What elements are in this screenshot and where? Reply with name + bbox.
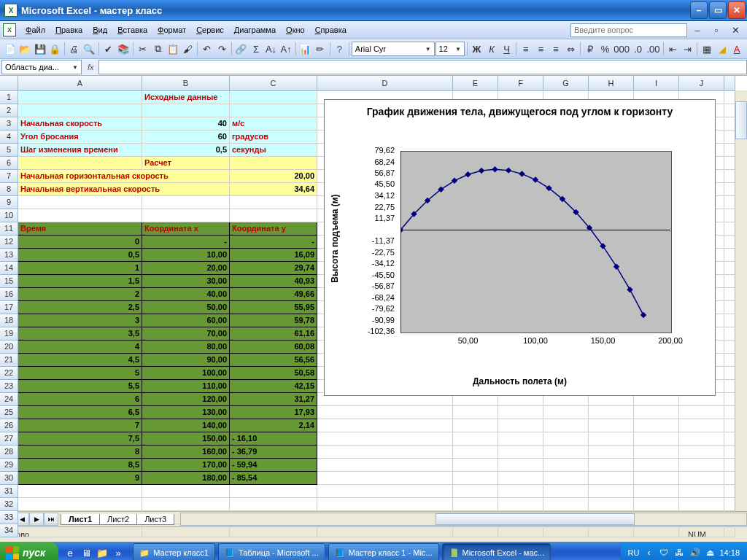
percent-icon[interactable]: % [598, 40, 613, 58]
cell[interactable] [498, 459, 543, 472]
cell[interactable] [18, 524, 142, 537]
row-header-12[interactable]: 12 [0, 236, 18, 249]
sheet-tab-Лист1[interactable]: Лист1 [61, 514, 100, 525]
row-header-26[interactable]: 26 [0, 419, 18, 432]
chart-wizard-icon[interactable]: 📊 [298, 40, 313, 58]
tray-icon[interactable]: ‹ [643, 547, 654, 559]
row-header-6[interactable]: 6 [0, 157, 18, 170]
cell[interactable] [230, 157, 317, 170]
research-icon[interactable]: 📚 [116, 40, 131, 58]
cell[interactable]: 30,00 [142, 275, 230, 288]
cell[interactable] [230, 104, 317, 117]
redo-icon[interactable]: ↷ [214, 40, 229, 58]
cell[interactable] [498, 406, 543, 419]
row-header-21[interactable]: 21 [0, 354, 18, 367]
cell[interactable] [453, 406, 498, 419]
row-header-19[interactable]: 19 [0, 327, 18, 341]
font-size-selector[interactable]: 12▼ [436, 42, 465, 56]
cell[interactable]: 0,5 [18, 249, 142, 262]
cell[interactable]: 56,56 [230, 354, 317, 367]
cell[interactable]: 6,5 [18, 406, 142, 419]
row-header-29[interactable]: 29 [0, 459, 18, 472]
cell[interactable]: Угол бросания [18, 131, 142, 144]
cell[interactable]: м/с [230, 117, 317, 131]
fill-color-icon[interactable]: ◢ [715, 40, 729, 58]
print-icon[interactable]: 🖨 [67, 40, 82, 58]
cell[interactable] [142, 485, 230, 498]
mdi-close-button[interactable]: ✕ [727, 21, 744, 39]
cell[interactable]: 100,00 [142, 367, 230, 380]
paste-icon[interactable]: 📋 [166, 40, 180, 58]
cell[interactable]: 180,00 [142, 472, 230, 485]
cell[interactable] [679, 472, 724, 485]
row-header-10[interactable]: 10 [0, 209, 18, 222]
cell[interactable] [453, 498, 498, 511]
clock[interactable]: 14:18 [719, 548, 740, 557]
cell[interactable]: 5,5 [18, 380, 142, 393]
sheet-tab-Лист2[interactable]: Лист2 [99, 514, 137, 525]
cell[interactable] [679, 524, 724, 537]
cell[interactable]: - 16,10 [230, 432, 317, 446]
cell[interactable] [317, 419, 453, 432]
cell[interactable]: 70,00 [142, 327, 230, 341]
cell[interactable] [453, 419, 498, 432]
cell[interactable] [453, 524, 498, 537]
cell[interactable] [634, 485, 679, 498]
row-header-1[interactable]: 1 [0, 91, 18, 104]
cell[interactable]: 10,00 [142, 249, 230, 262]
cell[interactable]: 160,00 [142, 446, 230, 459]
dec-decimal-icon[interactable]: .00 [646, 40, 660, 58]
spell-icon[interactable]: ✔ [101, 40, 116, 58]
cell[interactable] [543, 472, 589, 485]
cell[interactable] [142, 196, 230, 209]
cell[interactable]: 4 [18, 341, 142, 354]
cell[interactable] [453, 432, 498, 446]
cell[interactable]: 34,64 [230, 183, 317, 196]
cell[interactable]: - [230, 236, 317, 249]
cell[interactable]: 1 [18, 262, 142, 275]
cell[interactable]: 55,95 [230, 301, 317, 314]
ql-more-icon[interactable]: » [111, 545, 125, 560]
new-icon[interactable]: 📄 [3, 40, 18, 58]
menu-Вставка[interactable]: Вставка [112, 24, 152, 36]
cell[interactable]: 40,00 [142, 288, 230, 301]
cell[interactable]: Координата x [142, 222, 230, 236]
fx-icon[interactable]: fx [83, 63, 98, 71]
permission-icon[interactable]: 🔒 [48, 40, 63, 58]
cell[interactable] [589, 432, 634, 446]
cell[interactable]: 0 [18, 236, 142, 249]
task-button[interactable]: 📗Microsoft Excel - мас... [442, 543, 551, 560]
row-header-2[interactable]: 2 [0, 104, 18, 117]
align-left-icon[interactable]: ≡ [519, 40, 533, 58]
tray-network-icon[interactable]: 🖧 [673, 547, 685, 559]
cell[interactable] [543, 432, 589, 446]
merge-center-icon[interactable]: ⇔ [564, 40, 578, 58]
cell[interactable] [589, 419, 634, 432]
row-header-18[interactable]: 18 [0, 314, 18, 327]
menu-Сервис[interactable]: Сервис [191, 24, 229, 36]
dec-indent-icon[interactable]: ⇤ [665, 40, 680, 58]
cell[interactable]: Время [18, 222, 142, 236]
cell[interactable]: 8,5 [18, 459, 142, 472]
row-header-25[interactable]: 25 [0, 406, 18, 419]
cell[interactable]: 50,00 [142, 301, 230, 314]
cell[interactable] [317, 406, 453, 419]
cell[interactable] [453, 446, 498, 459]
horizontal-scrollbar[interactable] [180, 513, 747, 526]
cell[interactable] [18, 485, 142, 498]
cell[interactable] [634, 498, 679, 511]
cell[interactable] [634, 432, 679, 446]
cell[interactable]: 9 [18, 472, 142, 485]
mdi-minimize-button[interactable]: – [689, 21, 706, 39]
cell[interactable]: 31,27 [230, 393, 317, 406]
cell[interactable] [18, 209, 142, 222]
cell[interactable]: 170,00 [142, 459, 230, 472]
cell[interactable]: 29,74 [230, 262, 317, 275]
col-header-J[interactable]: J [679, 76, 724, 91]
cell[interactable] [679, 432, 724, 446]
ie-icon[interactable]: e [63, 545, 77, 560]
row-header-3[interactable]: 3 [0, 117, 18, 131]
cell[interactable]: 1,5 [18, 275, 142, 288]
cell[interactable]: 7 [18, 419, 142, 432]
menu-Справка[interactable]: Справка [310, 24, 352, 36]
